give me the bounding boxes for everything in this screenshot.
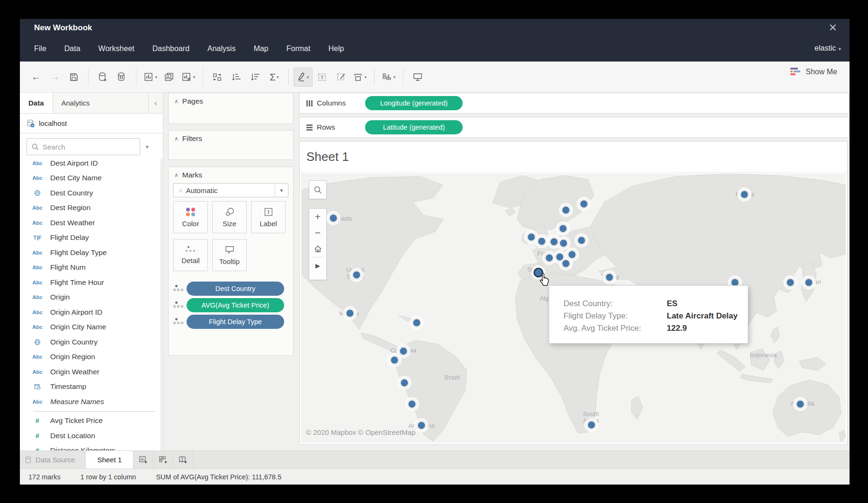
menu-dashboard[interactable]: Dashboard [152, 44, 189, 53]
field-origin-city-name[interactable]: AbcOrigin City Name [20, 320, 160, 335]
show-mark-labels-button[interactable]: T [313, 68, 331, 87]
fit-selector[interactable]: ▾ [350, 68, 369, 87]
columns-pill[interactable]: Longitude (generated) [365, 96, 463, 110]
columns-shelf[interactable]: Columns Longitude (generated) [299, 93, 850, 114]
map-mark-turkey[interactable] [605, 273, 614, 282]
field-dest-city-name[interactable]: AbcDest City Name [20, 171, 160, 186]
label-button[interactable]: T Label [251, 201, 286, 233]
menu-analysis[interactable]: Analysis [207, 44, 236, 53]
rows-pill[interactable]: Latitude (generated) [365, 120, 463, 134]
mark-type-dropdown[interactable]: ○ Automatic ▾ [173, 183, 288, 197]
menu-help[interactable]: Help [328, 44, 344, 53]
new-worksheet-button[interactable]: ▾ [141, 68, 160, 87]
map-search-button[interactable] [309, 180, 327, 199]
zoom-in-button[interactable]: + [309, 209, 326, 225]
menu-format[interactable]: Format [286, 44, 311, 53]
zoom-out-button[interactable]: − [309, 225, 326, 241]
new-dashboard-tab-button[interactable] [153, 451, 173, 468]
new-story-tab-button[interactable] [173, 451, 193, 468]
field-flight-time-hour[interactable]: AbcFlight Time Hour [20, 275, 160, 290]
field-dest-location[interactable]: #Dest Location [20, 428, 160, 443]
search-input[interactable]: Search [27, 138, 140, 155]
field-flight-delay[interactable]: T|FFlight Delay [20, 230, 160, 246]
new-worksheet-tab-button[interactable] [134, 451, 153, 468]
swap-rows-columns-button[interactable] [208, 68, 227, 87]
save-button[interactable] [64, 68, 83, 87]
pause-auto-updates-button[interactable] [112, 68, 131, 87]
map-mark-united-kingdom[interactable] [537, 237, 546, 246]
collapse-icon[interactable]: ∧ [174, 135, 179, 142]
marks-pill-avg-avg-ticket-price-[interactable]: AVG(Avg Ticket Price) [187, 298, 284, 312]
map-mark-poland[interactable] [577, 236, 586, 245]
show-me-button[interactable]: Show Me [790, 68, 837, 76]
redo-button[interactable]: → [45, 68, 64, 87]
map-mark-germany[interactable] [559, 239, 568, 247]
field-timestamp[interactable]: Timestamp [20, 379, 160, 395]
menu-worksheet[interactable]: Worksheet [98, 44, 134, 53]
map-mark-south-africa[interactable] [587, 421, 596, 429]
collapse-icon[interactable]: ∧ [174, 98, 179, 105]
menu-map[interactable]: Map [254, 44, 268, 53]
field-origin-region[interactable]: AbcOrigin Region [20, 350, 160, 365]
field-origin-weather[interactable]: AbcOrigin Weather [20, 364, 160, 379]
map-mark-caribbean[interactable] [412, 318, 421, 327]
search-options-icon[interactable]: ▾ [146, 144, 149, 150]
map-mark-mexico[interactable] [346, 309, 354, 318]
tab-data-source[interactable]: Data Source [20, 451, 85, 468]
field-origin-airport-id[interactable]: AbcOrigin Airport ID [20, 305, 160, 320]
field-flight-num[interactable]: AbcFlight Num [20, 260, 160, 275]
tab-analytics[interactable]: Analytics [53, 93, 149, 113]
map-mark-norway[interactable] [562, 206, 570, 214]
format-annotate-button[interactable] [331, 68, 350, 87]
detail-button[interactable]: Detail [173, 239, 208, 271]
tab-data[interactable]: Data [20, 93, 53, 113]
map-mark-russia[interactable] [740, 190, 749, 199]
chevron-down-icon[interactable]: ▾ [275, 184, 288, 197]
map-mark-italy[interactable] [562, 259, 570, 268]
color-button[interactable]: Color [173, 201, 208, 233]
field-origin[interactable]: AbcOrigin [20, 290, 160, 305]
size-button[interactable]: Size [212, 201, 247, 233]
duplicate-button[interactable] [160, 68, 179, 87]
marks-pill-flight-delay-type[interactable]: Flight Delay Type [187, 315, 284, 329]
map-mark-netherlands[interactable] [550, 238, 558, 246]
menu-file[interactable]: File [34, 44, 46, 53]
collapse-icon[interactable]: ∧ [174, 172, 179, 178]
field-dest-country[interactable]: Dest Country [20, 185, 160, 201]
collapse-pane-icon[interactable]: ‹ [149, 93, 163, 113]
map-mark-bolivia[interactable] [408, 400, 416, 408]
field-distance-kilometers[interactable]: #Distance Kilometers [20, 443, 160, 451]
field-dest-weather[interactable]: AbcDest Weather [20, 215, 160, 230]
data-source-connection[interactable]: localhost [20, 114, 163, 133]
field-dest-airport-id[interactable]: AbcDest Airport ID [20, 159, 160, 171]
map-mark-colombia[interactable] [399, 347, 408, 355]
map-tools-expand-icon[interactable]: ▶ [309, 257, 326, 274]
field-avg-ticket-price[interactable]: #Avg Ticket Price [20, 414, 160, 429]
map-mark-ireland[interactable] [527, 233, 536, 241]
map-mark-united-states[interactable] [352, 271, 361, 279]
map-mark-south-korea[interactable] [786, 278, 795, 287]
map-mark-peru[interactable] [400, 379, 409, 387]
field-origin-country[interactable]: Origin Country [20, 335, 160, 350]
new-data-source-button[interactable] [93, 68, 112, 87]
field-dest-region[interactable]: AbcDest Region [20, 201, 160, 216]
highlight-button[interactable]: ▾ [294, 68, 313, 87]
presentation-mode-button[interactable] [408, 68, 427, 87]
tab-sheet-1[interactable]: Sheet 1 [85, 451, 134, 468]
menu-data[interactable]: Data [64, 44, 81, 53]
user-menu[interactable]: elastic▾ [814, 44, 841, 53]
map-mark-australia[interactable] [796, 400, 805, 408]
field-list-scrollbar[interactable] [160, 159, 163, 450]
totals-button[interactable]: Σ▾ [265, 68, 284, 87]
show-hide-cards-button[interactable]: ▾ [379, 68, 398, 87]
map-mark-japan[interactable] [805, 278, 813, 287]
zoom-home-button[interactable] [309, 241, 326, 257]
map-mark-ecuador[interactable] [390, 356, 399, 364]
map-view[interactable]: CanadaUnitedStatesMexicoColombiaBrazilAr… [301, 174, 846, 443]
field-flight-delay-type[interactable]: AbcFlight Delay Type [20, 245, 160, 260]
map-mark-argentina[interactable] [417, 421, 426, 430]
sort-ascending-button[interactable] [227, 68, 246, 87]
rows-shelf[interactable]: Rows Latitude (generated) [299, 117, 850, 138]
sort-descending-button[interactable] [246, 68, 265, 87]
close-icon[interactable]: ✕ [829, 22, 837, 34]
